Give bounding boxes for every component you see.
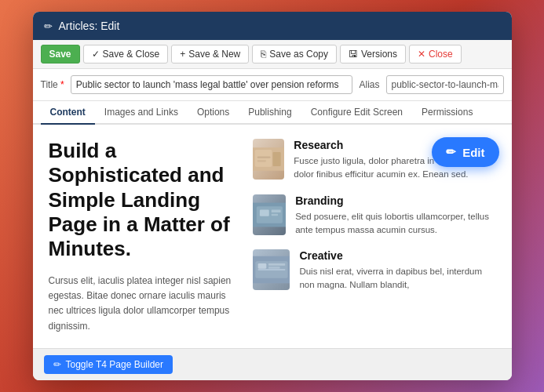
toggle-page-builder-button[interactable]: ✏ Toggle T4 Page Builder [44, 355, 173, 374]
title-bar: ✏ Articles: Edit [33, 12, 512, 40]
pencil-icon: ✏ [446, 145, 456, 159]
close-icon: ✕ [418, 49, 425, 60]
main-headline: Build a Sophisticated and Simple Landing… [49, 139, 237, 261]
pencil-small-icon: ✏ [53, 359, 61, 370]
alias-label: Alias [359, 79, 379, 90]
versions-button[interactable]: 🖫 Versions [340, 45, 406, 64]
save-new-button[interactable]: + Save & New [171, 45, 249, 64]
tab-permissions[interactable]: Permissions [412, 101, 482, 125]
svg-rect-13 [257, 263, 266, 269]
close-button[interactable]: ✕ Close [409, 45, 462, 64]
svg-rect-7 [259, 209, 268, 216]
tab-publishing[interactable]: Publishing [239, 101, 301, 125]
left-column: Build a Sophisticated and Simple Landing… [49, 139, 237, 334]
plus-icon: + [180, 49, 185, 60]
svg-rect-9 [271, 213, 277, 215]
creative-text: Creative Duis nisl erat, viverra in dapi… [299, 249, 495, 292]
tab-images-links[interactable]: Images and Links [95, 101, 188, 125]
title-input[interactable] [71, 75, 353, 94]
feature-item-branding: Branding Sed posuere, elit quis lobortis… [253, 194, 496, 238]
creative-title: Creative [299, 249, 495, 262]
svg-rect-15 [268, 267, 279, 269]
right-column: Research Fusce justo ligula, dolor phare… [253, 139, 496, 334]
branding-image [253, 194, 287, 235]
feature-item-creative: Creative Duis nisl erat, viverra in dapi… [253, 249, 496, 292]
save-close-button[interactable]: ✓ Save & Close [83, 45, 169, 64]
save-copy-button[interactable]: ⎘ Save as Copy [252, 45, 337, 64]
footer-bar: ✏ Toggle T4 Page Builder [33, 348, 512, 380]
checkmark-icon: ✓ [92, 49, 100, 60]
versions-icon: 🖫 [349, 49, 358, 60]
research-image [253, 139, 285, 180]
creative-body: Duis nisl erat, viverra in dapibus bel, … [299, 265, 495, 292]
main-window: ✏ Articles: Edit Save ✓ Save & Close + S… [33, 12, 512, 380]
save-button[interactable]: Save [41, 45, 80, 64]
svg-rect-3 [272, 152, 280, 166]
two-col-layout: Build a Sophisticated and Simple Landing… [49, 139, 496, 334]
svg-rect-4 [254, 150, 272, 167]
svg-rect-8 [271, 209, 280, 212]
title-row: Title * Alias [33, 69, 512, 101]
tab-content[interactable]: Content [41, 101, 95, 125]
svg-rect-14 [268, 263, 284, 266]
creative-image [253, 249, 290, 290]
edit-icon: ✏ [44, 20, 53, 32]
branding-title: Branding [295, 194, 495, 207]
toolbar: Save ✓ Save & Close + Save & New ⎘ Save … [33, 40, 512, 69]
tabs-bar: Content Images and Links Options Publish… [33, 101, 512, 125]
branding-body: Sed posuere, elit quis lobortis ullamcor… [295, 210, 495, 238]
copy-icon: ⎘ [261, 49, 266, 60]
tab-options[interactable]: Options [188, 101, 239, 125]
tab-configure-edit-screen[interactable]: Configure Edit Screen [301, 101, 412, 125]
alias-input[interactable] [386, 75, 504, 94]
window-title: Articles: Edit [59, 20, 120, 32]
body-text: Cursus elit, iaculis platea integer nisl… [49, 274, 237, 334]
content-area: ✏ Edit Build a Sophisticated and Simple … [33, 125, 512, 348]
branding-text: Branding Sed posuere, elit quis lobortis… [295, 194, 495, 238]
edit-fab-button[interactable]: ✏ Edit [432, 137, 498, 167]
title-label: Title * [41, 79, 64, 90]
required-indicator: * [60, 79, 64, 90]
